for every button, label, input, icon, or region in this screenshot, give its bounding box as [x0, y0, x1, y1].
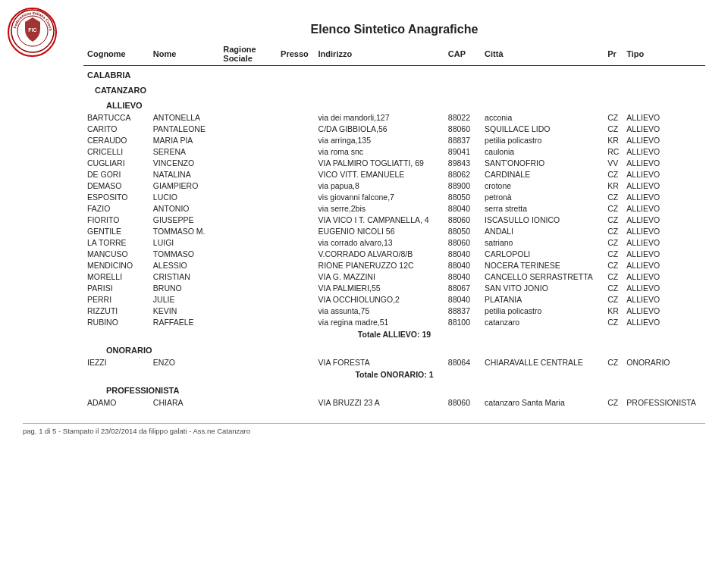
cell-pr: RC [604, 146, 623, 157]
cell-presso [277, 123, 314, 134]
cell-nome: GIAMPIERO [149, 180, 219, 191]
logo-circle: FIC Federazione Italiana Cuochi [8, 8, 57, 57]
cell-pr: CZ [604, 225, 623, 237]
cell-indirizzo: VIA FORESTA [315, 356, 444, 368]
cell-cognome: MENDICINO [83, 259, 149, 271]
cell-citta: CHIARAVALLE CENTRALE [481, 356, 604, 368]
cell-nome: LUCIO [149, 191, 219, 202]
table-row: PERRIJULIEVIA OCCHIOLUNGO,288040PLATANIA… [83, 293, 705, 305]
cell-cognome: IEZZI [83, 356, 149, 368]
cell-cognome: CUGLIARI [83, 157, 149, 168]
cell-presso [277, 202, 314, 214]
col-header-tipo: Tipo [623, 42, 705, 66]
cell-ragione [219, 134, 277, 146]
cell-nome: NATALINA [149, 168, 219, 180]
cell-presso [277, 111, 314, 123]
cell-citta: catanzaro Santa Maria [481, 396, 604, 408]
cell-cap: 88062 [444, 168, 481, 180]
cell-pr: KR [604, 180, 623, 191]
table-row: ADAMOCHIARAVIA BRUZZI 23 A88060catanzaro… [83, 396, 705, 408]
cell-cap: 89041 [444, 146, 481, 157]
cell-presso [277, 237, 314, 248]
cell-cognome: DEMASO [83, 180, 149, 191]
table-row: DE GORINATALINAVICO VITT. EMANUELE88062C… [83, 168, 705, 180]
table-row: PARISIBRUNOVIA PALMIERI,5588067SAN VITO … [83, 282, 705, 293]
totale-row: Totale ONORARIO: 1 [83, 368, 705, 381]
cell-indirizzo: VIA BRUZZI 23 A [315, 396, 444, 408]
cell-indirizzo: VIA OCCHIOLUNGO,2 [315, 293, 444, 305]
cell-pr: KR [604, 134, 623, 146]
cell-tipo: ALLIEVO [623, 305, 705, 316]
cell-presso [277, 157, 314, 168]
cell-cap: 88060 [444, 214, 481, 225]
cell-tipo: ALLIEVO [623, 248, 705, 259]
cell-indirizzo: via assunta,75 [315, 305, 444, 316]
cell-nome: SERENA [149, 146, 219, 157]
cell-cap: 88050 [444, 225, 481, 237]
col-header-presso: Presso [277, 42, 314, 66]
cell-citta: SAN VITO JONIO [481, 282, 604, 293]
cell-cognome: ADAMO [83, 396, 149, 408]
cell-indirizzo: C/DA GIBBIOLA,56 [315, 123, 444, 134]
table-row: DEMASOGIAMPIEROvia papua,888900crotoneKR… [83, 180, 705, 191]
cell-cap: 88064 [444, 356, 481, 368]
table-row: GENTILETOMMASO M.EUGENIO NICOLI 5688050A… [83, 225, 705, 237]
cell-indirizzo: V.CORRADO ALVARO/8/B [315, 248, 444, 259]
cell-indirizzo: via roma snc [315, 146, 444, 157]
cell-tipo: ALLIEVO [623, 168, 705, 180]
table-row: LA TORRELUIGIvia corrado alvaro,1388060s… [83, 237, 705, 248]
cell-presso [277, 396, 314, 408]
cell-pr: CZ [604, 293, 623, 305]
table-header-row: Cognome Nome Ragione Sociale Presso Indi… [83, 42, 705, 66]
cell-pr: CZ [604, 111, 623, 123]
cell-indirizzo: VICO VITT. EMANUELE [315, 168, 444, 180]
cell-cap: 88050 [444, 191, 481, 202]
cell-citta: CARDINALE [481, 168, 604, 180]
cell-citta: crotone [481, 180, 604, 191]
cell-pr: CZ [604, 191, 623, 202]
cell-indirizzo: EUGENIO NICOLI 56 [315, 225, 444, 237]
section-header: CALABRIA [83, 66, 705, 82]
cell-citta: SANT'ONOFRIO [481, 157, 604, 168]
cell-nome: JULIE [149, 293, 219, 305]
cell-ragione [219, 146, 277, 157]
cell-citta: SQUILLACE LIDO [481, 123, 604, 134]
cell-ragione [219, 123, 277, 134]
cell-ragione [219, 248, 277, 259]
cell-presso [277, 305, 314, 316]
cell-tipo: ALLIEVO [623, 214, 705, 225]
cell-cognome: FAZIO [83, 202, 149, 214]
cell-indirizzo: VIA PALMIERI,55 [315, 282, 444, 293]
table-row: BARTUCCAANTONELLAvia dei mandorli,127880… [83, 111, 705, 123]
cell-presso [277, 168, 314, 180]
cell-nome: TOMMASO [149, 248, 219, 259]
cell-cognome: BARTUCCA [83, 111, 149, 123]
cell-tipo: ALLIEVO [623, 191, 705, 202]
page-footer: pag. 1 di 5 - Stampato il 23/02/2014 da … [23, 423, 705, 435]
cell-tipo: ALLIEVO [623, 259, 705, 271]
cell-indirizzo: via serre,2bis [315, 202, 444, 214]
table-row: CRICELLISERENAvia roma snc89041cauloniaR… [83, 146, 705, 157]
cell-pr: CZ [604, 202, 623, 214]
group-header: ALLIEVO [83, 96, 705, 111]
cell-tipo: ALLIEVO [623, 225, 705, 237]
col-header-ragione: Ragione Sociale [219, 42, 277, 66]
cell-presso [277, 316, 314, 327]
cell-nome: TOMMASO M. [149, 225, 219, 237]
cell-nome: CRISTIAN [149, 271, 219, 282]
main-table: Cognome Nome Ragione Sociale Presso Indi… [83, 42, 705, 408]
cell-pr: CZ [604, 248, 623, 259]
cell-tipo: ALLIEVO [623, 202, 705, 214]
cell-indirizzo: via papua,8 [315, 180, 444, 191]
cell-nome: RAFFAELE [149, 316, 219, 327]
cell-ragione [219, 111, 277, 123]
col-header-cognome: Cognome [83, 42, 149, 66]
cell-presso [277, 282, 314, 293]
table-row: ESPOSITOLUCIOvis giovanni falcone,788050… [83, 191, 705, 202]
cell-citta: petilia policastro [481, 305, 604, 316]
cell-ragione [219, 271, 277, 282]
cell-pr: CZ [604, 237, 623, 248]
table-row: CUGLIARIVINCENZOVIA PALMIRO TOGLIATTI, 6… [83, 157, 705, 168]
cell-indirizzo: RIONE PIANERUZZO 12C [315, 259, 444, 271]
cell-nome: ENZO [149, 356, 219, 368]
